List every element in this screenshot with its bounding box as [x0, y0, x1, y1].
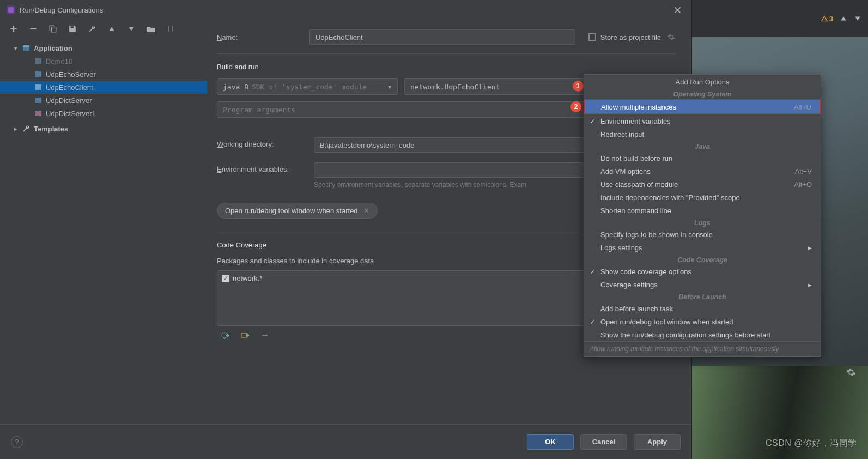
copy-icon[interactable] [48, 24, 58, 34]
popup-section-header: Logs [584, 217, 821, 228]
name-label: Name: [217, 33, 309, 41]
tree-item-error[interactable]: UdpDictServer1 [0, 107, 207, 120]
popup-item[interactable]: Shorten command line [584, 204, 821, 217]
popup-section-header: Operating System [584, 88, 821, 99]
annotation-badge-1: 1 [573, 81, 584, 92]
chevron-right-icon[interactable]: ▸ [12, 126, 19, 132]
popup-item-submenu[interactable]: Coverage settings▸ [584, 278, 821, 291]
add-icon[interactable] [9, 24, 19, 34]
build-run-title: Build and run [217, 63, 675, 71]
workdir-label: Working directory: [217, 137, 309, 148]
popup-title: Add Run Options [584, 75, 821, 88]
popup-item[interactable]: Specify logs to be shown in console [584, 228, 821, 241]
app-icon [7, 5, 15, 14]
tree-item-selected[interactable]: UdpEchoClient [0, 81, 207, 94]
warning-count: 3 [829, 15, 833, 23]
help-icon[interactable]: ? [11, 436, 23, 448]
run-config-error-icon [34, 109, 43, 118]
wrench-icon [22, 124, 31, 133]
close-icon[interactable] [670, 2, 685, 17]
tree-item[interactable]: UdpEchoServer [0, 68, 207, 81]
name-input[interactable]: UdpEchoClient [309, 29, 575, 45]
popup-section-header: Code Coverage [584, 254, 821, 265]
move-up-icon[interactable] [107, 24, 117, 34]
move-down-icon[interactable] [126, 24, 136, 34]
run-config-icon [34, 83, 43, 92]
tree-item[interactable]: Demo10 [0, 55, 207, 68]
checkbox-icon[interactable] [588, 33, 596, 41]
config-tree-panel: ▾ Application Demo10 UdpEchoServer [0, 20, 207, 424]
save-icon[interactable] [68, 24, 77, 34]
divider [217, 53, 675, 54]
check-icon: ✓ [590, 318, 596, 326]
popup-item[interactable]: Show the run/debug configuration setting… [584, 328, 821, 341]
ide-toolbar: 3 [692, 0, 868, 37]
tree-templates[interactable]: ▸ Templates [0, 122, 207, 135]
add-package-icon[interactable] [241, 331, 250, 340]
tree-group-label: Application [34, 44, 126, 52]
warnings-indicator[interactable]: 3 [821, 15, 833, 23]
gear-icon[interactable] [667, 33, 675, 41]
application-group-icon [22, 44, 31, 52]
window-title: Run/Debug Configurations [20, 6, 670, 14]
tree-item[interactable]: UdpDictServer [0, 94, 207, 107]
annotation-badge-2: 2 [570, 101, 581, 112]
popup-item[interactable]: Do not build before run [584, 152, 821, 165]
dialog-footer: ? OK Cancel Apply [0, 424, 691, 459]
run-config-icon [34, 70, 43, 78]
checkbox-checked-icon[interactable]: ✓ [222, 275, 229, 282]
titlebar: Run/Debug Configurations [0, 0, 691, 20]
folder-icon[interactable] [146, 24, 156, 34]
modify-options-popup: Add Run Options Operating System 2 Allow… [584, 74, 821, 357]
popup-item-allow-multiple[interactable]: 2 Allow multiple instances Alt+U [585, 100, 820, 113]
popup-item-submenu[interactable]: Logs settings▸ [584, 241, 821, 254]
svg-rect-6 [35, 58, 41, 64]
next-highlight-icon[interactable] [854, 15, 861, 22]
svg-rect-9 [35, 98, 41, 103]
store-as-project-file[interactable]: Store as project file [588, 33, 675, 41]
popup-section-header: Java [584, 141, 821, 152]
remove-icon[interactable] [28, 24, 38, 34]
chevron-right-icon: ▸ [808, 244, 812, 252]
popup-item[interactable]: Use classpath of moduleAlt+O [584, 178, 821, 191]
sdk-combo[interactable]: java 8 SDK of 'system_code' module ▾ [217, 78, 398, 95]
svg-rect-7 [35, 71, 41, 77]
popup-section-header: Before Launch [584, 291, 821, 302]
svg-rect-3 [52, 27, 56, 32]
popup-hint: Allow running multiple instances of the … [584, 341, 821, 356]
popup-item[interactable]: ✓Open run/debug tool window when started [584, 315, 821, 328]
add-class-icon[interactable] [221, 331, 230, 340]
check-icon: ✓ [590, 117, 596, 125]
remove-icon[interactable] [260, 331, 269, 340]
env-label: Environment variables: [217, 162, 309, 173]
popup-item[interactable]: ✓Show code coverage options [584, 265, 821, 278]
option-chip[interactable]: Open run/debug tool window when started … [217, 203, 378, 219]
popup-item[interactable]: Add VM optionsAlt+V [584, 165, 821, 178]
check-icon: ✓ [590, 268, 596, 276]
popup-item[interactable]: Redirect input [584, 128, 821, 141]
cancel-button[interactable]: Cancel [580, 434, 627, 450]
chevron-down-icon: ▾ [387, 83, 392, 91]
svg-rect-5 [23, 45, 29, 47]
svg-rect-8 [35, 84, 41, 90]
config-tree[interactable]: ▾ Application Demo10 UdpEchoServer [0, 38, 207, 424]
run-config-icon [34, 57, 43, 65]
chevron-down-icon[interactable]: ▾ [12, 45, 19, 51]
svg-rect-1 [8, 7, 14, 13]
run-config-icon [34, 96, 43, 105]
watermark: CSDN @你好，冯同学 [766, 438, 857, 449]
sort-icon[interactable] [166, 24, 175, 34]
tree-group-application[interactable]: ▾ Application [0, 41, 207, 55]
gear-icon[interactable] [846, 367, 856, 377]
prev-highlight-icon[interactable] [840, 15, 847, 22]
wrench-icon[interactable] [87, 24, 97, 34]
chevron-right-icon: ▸ [808, 281, 812, 289]
close-icon[interactable]: ✕ [363, 207, 369, 215]
ok-button[interactable]: OK [527, 434, 574, 450]
tree-toolbar [0, 20, 207, 38]
popup-item[interactable]: ✓Environment variables [584, 114, 821, 128]
popup-item[interactable]: Include dependencies with "Provided" sco… [584, 191, 821, 204]
popup-item[interactable]: Add before launch task [584, 302, 821, 315]
annotation-highlight-2: 2 Allow multiple instances Alt+U [584, 99, 821, 114]
apply-button[interactable]: Apply [634, 434, 681, 450]
